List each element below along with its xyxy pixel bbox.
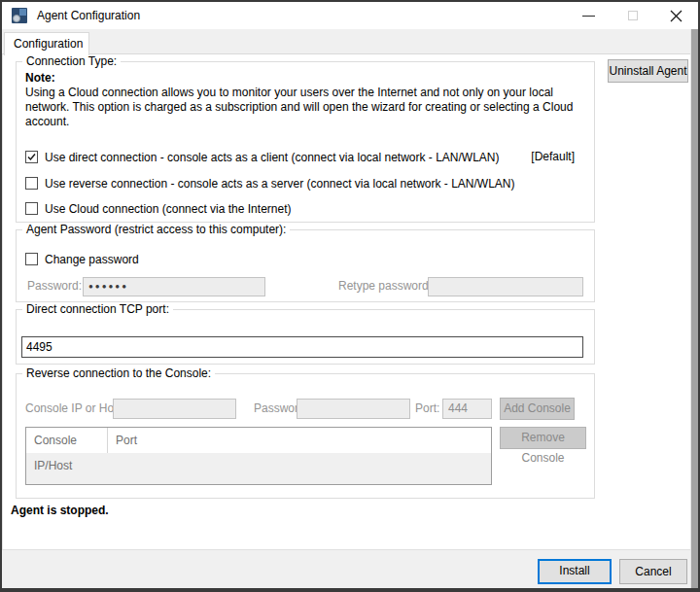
direct-connection-checkbox[interactable] [25, 151, 38, 163]
agent-password-legend: Agent Password (restrict access to this … [22, 223, 290, 236]
window-right-frame [690, 29, 698, 588]
console-host-label: Console IP or Host: [25, 401, 126, 415]
minimize-icon [582, 16, 595, 17]
direct-port-legend: Direct connection TCP port: [22, 302, 173, 316]
password-value: ●●●●●● [84, 278, 264, 296]
reverse-connection-label: Use reverse connection - console acts as… [45, 177, 515, 191]
add-console-button: Add Console [500, 398, 575, 420]
option-reverse-connection[interactable]: Use reverse connection - console acts as… [25, 176, 515, 191]
close-button[interactable] [654, 2, 698, 29]
console-port-column-header[interactable]: Port [108, 428, 137, 453]
connection-type-group: Connection Type: Note: Using a Cloud con… [16, 61, 595, 223]
checkmark-icon [26, 152, 37, 162]
tcp-port-input[interactable]: 4495 [21, 336, 583, 358]
cloud-connection-label: Use Cloud connection (connect via the In… [45, 202, 291, 216]
console-port-field: 444 [442, 399, 492, 419]
uninstall-agent-button[interactable]: Uninstall Agent [608, 59, 688, 83]
remove-console-button: Remove Console [500, 427, 586, 449]
minimize-button[interactable] [567, 2, 611, 29]
note-text: Using a Cloud connection allows you to m… [25, 86, 593, 129]
console-list-header: Console IP/Host Port [26, 428, 491, 453]
agent-status-text: Agent is stopped. [11, 504, 109, 517]
window-title: Agent Configuration [37, 9, 140, 22]
cancel-button[interactable]: Cancel [619, 559, 687, 584]
maximize-button [611, 2, 654, 29]
app-icon [12, 8, 27, 23]
tab-configuration[interactable]: Configuration [4, 32, 89, 55]
option-direct-connection[interactable]: Use direct connection - console acts as … [25, 150, 500, 164]
cloud-connection-checkbox[interactable] [25, 202, 38, 215]
reverse-connection-checkbox[interactable] [25, 177, 38, 190]
console-password-field [297, 399, 410, 419]
password-label: Password: [27, 279, 82, 293]
console-list-table: Console IP/Host Port [25, 427, 492, 485]
retype-password-label: Retype password: [338, 279, 432, 293]
agent-configuration-window: Agent Configuration Configuration Uninst… [0, 0, 700, 592]
maximize-icon [628, 11, 638, 20]
console-list-body [26, 453, 491, 484]
default-tag: [Default] [531, 150, 575, 164]
reverse-connection-group: Reverse connection to the Console: Conso… [16, 373, 595, 499]
agent-password-group: Agent Password (restrict access to this … [16, 229, 595, 302]
change-password-checkbox[interactable] [25, 253, 38, 265]
direct-port-group: Direct connection TCP port: 4495 [16, 309, 595, 365]
console-port-label: Port: [415, 401, 439, 415]
password-field: ●●●●●● [83, 277, 265, 296]
reverse-connection-legend: Reverse connection to the Console: [22, 366, 215, 380]
retype-password-field [428, 277, 583, 296]
console-host-column-header[interactable]: Console IP/Host [26, 428, 108, 453]
direct-connection-label: Use direct connection - console acts as … [45, 151, 500, 164]
console-port-value: 444 [443, 400, 491, 418]
change-password-label: Change password [45, 253, 139, 266]
console-host-field [113, 399, 236, 419]
title-bar[interactable]: Agent Configuration [2, 2, 698, 29]
option-cloud-connection[interactable]: Use Cloud connection (connect via the In… [25, 201, 291, 216]
close-icon [670, 10, 682, 22]
change-password-row[interactable]: Change password [25, 252, 139, 266]
window-controls [567, 2, 698, 29]
install-button[interactable]: Install [538, 559, 612, 584]
note-heading: Note: [25, 71, 55, 85]
tab-strip [2, 29, 690, 54]
connection-type-legend: Connection Type: [22, 54, 121, 68]
